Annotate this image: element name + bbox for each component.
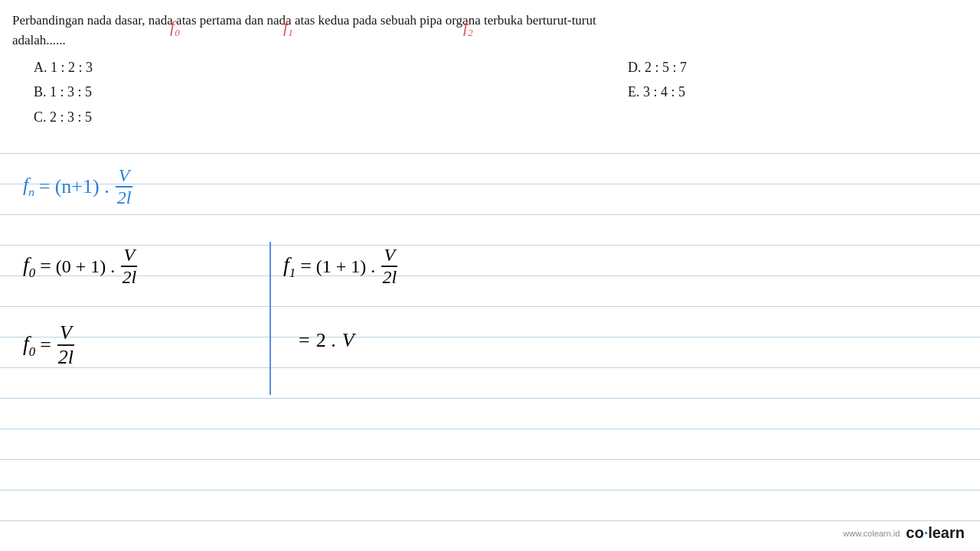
option-d: D. 2 : 5 : 7 bbox=[628, 55, 687, 80]
branding-logo: co·learn bbox=[906, 524, 965, 542]
h-line-3 bbox=[0, 214, 980, 215]
h-line-8 bbox=[0, 367, 980, 368]
question-line1: Perbandingan nada dasar, nada atas perta… bbox=[12, 11, 968, 31]
f0-result: f0 = V 2l bbox=[23, 321, 76, 369]
h-line-5 bbox=[0, 276, 980, 276]
option-c: C. 2 : 3 : 5 bbox=[34, 105, 93, 129]
option-b: B. 1 : 3 : 5 bbox=[34, 80, 93, 104]
branding: www.colearn.id co·learn bbox=[843, 524, 965, 542]
h-line-7 bbox=[0, 337, 980, 337]
h-line-4 bbox=[0, 245, 980, 246]
h-line-9 bbox=[0, 398, 980, 399]
freq-label-f0: f0 bbox=[170, 17, 180, 39]
f0-formula: f0 = (0 + 1) . V 2l bbox=[23, 245, 139, 288]
branding-url: www.colearn.id bbox=[843, 529, 900, 538]
column-divider bbox=[270, 242, 271, 395]
h-line-11 bbox=[0, 459, 980, 460]
f1-formula: f1 = (1 + 1) . V 2l bbox=[283, 245, 399, 288]
freq-label-f1: f1 bbox=[283, 17, 293, 39]
main-formula: fn = (n+1) . V 2l bbox=[23, 165, 134, 208]
h-line-2 bbox=[0, 184, 980, 184]
question-line2: adalah...... bbox=[12, 31, 968, 51]
freq-label-f2: f2 bbox=[463, 17, 473, 39]
answer-options-left: A. 1 : 2 : 3 B. 1 : 3 : 5 C. 2 : 3 : 5 bbox=[34, 55, 93, 129]
h-line-1 bbox=[0, 153, 980, 154]
h-line-10 bbox=[0, 429, 980, 429]
f1-result: = 2 . V bbox=[299, 329, 354, 352]
h-line-13 bbox=[0, 520, 980, 521]
option-e: E. 3 : 4 : 5 bbox=[628, 80, 687, 104]
option-a: A. 1 : 2 : 3 bbox=[34, 55, 93, 80]
h-line-6 bbox=[0, 306, 980, 307]
h-line-12 bbox=[0, 490, 980, 491]
answer-options-right: D. 2 : 5 : 7 E. 3 : 4 : 5 bbox=[628, 55, 687, 105]
